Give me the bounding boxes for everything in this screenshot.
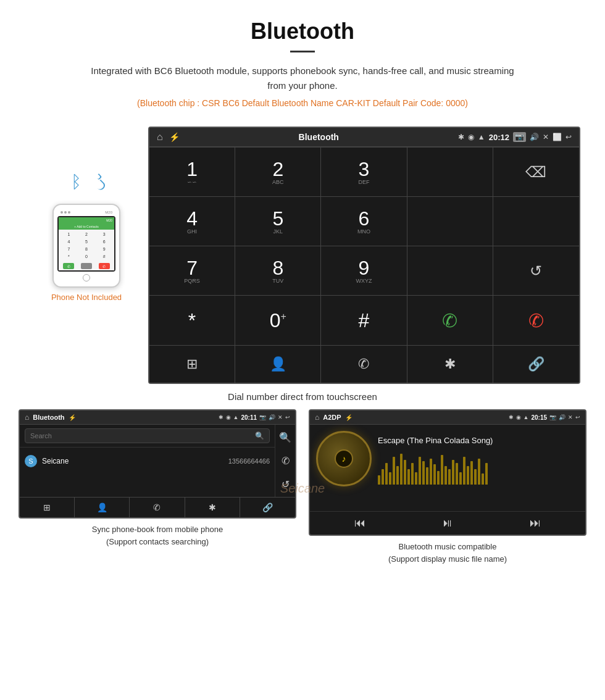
small-tb-phone[interactable]: ✆	[130, 498, 185, 517]
phone-call-button[interactable]: ✆	[63, 263, 74, 269]
contacts-content: Search 🔍 S Seicane 13566664466	[20, 425, 275, 497]
visualizer-bar	[433, 464, 436, 485]
main-screen-caption: Dial number direct from touchscreen	[0, 384, 605, 409]
refresh-icon: ↺	[530, 262, 542, 280]
key-4-number: 4	[186, 207, 198, 230]
key-5-group: 5 JKL	[272, 209, 283, 235]
dialpad-refresh[interactable]: ↺	[493, 246, 579, 296]
visualizer-bar	[389, 472, 391, 485]
phone-dialpad-row: * 0 #	[60, 253, 113, 260]
music-content: ♪ Escape (The Pina Colada Song)	[310, 425, 585, 511]
key-hash-number: #	[359, 310, 370, 330]
bt-waves	[96, 175, 105, 190]
music-home-icon[interactable]: ⌂	[315, 413, 319, 422]
contacts-list: S Seicane 13566664466	[20, 448, 275, 497]
visualizer-bar	[378, 475, 380, 485]
dialpad-key-hash[interactable]: #	[321, 296, 407, 345]
bottom-screenshots: ⌂ Bluetooth ⚡ ✱ ◉ ▲ 20:11 📷 🔊 ✕ ↩	[0, 409, 605, 570]
bt-arc-large	[94, 180, 107, 192]
contacts-back-icon[interactable]: ↩	[285, 414, 290, 420]
right-phone-icon[interactable]: ✆	[282, 455, 290, 467]
right-search-icon[interactable]: 🔍	[279, 431, 291, 443]
small-tb-bt[interactable]: ✱	[185, 498, 240, 517]
visualizer-bar	[467, 466, 469, 485]
backspace-icon: ⌫	[525, 164, 546, 181]
contacts-main-area: Search 🔍 S Seicane 13566664466	[20, 425, 295, 497]
toolbar-phone-btn[interactable]: ✆	[321, 346, 407, 383]
visualizer-bar	[419, 457, 421, 485]
music-visualizer	[378, 454, 579, 485]
right-icons-panel: 🔍 ✆ ↺	[275, 425, 295, 497]
search-placeholder: Search	[30, 432, 52, 440]
dialpad-key-3[interactable]: 3 DEF	[321, 148, 407, 197]
next-track-button[interactable]: ⏭	[530, 517, 541, 530]
small-bt-icon: ✱	[209, 502, 216, 512]
music-song-title: Escape (The Pina Colada Song)	[378, 436, 579, 445]
prev-track-button[interactable]: ⏮	[354, 517, 365, 530]
page-description: Integrated with BC6 Bluetooth module, su…	[86, 64, 519, 93]
small-tb-dialpad[interactable]: ⊞	[20, 498, 75, 517]
phone-key-0: 0	[80, 253, 93, 260]
small-tb-link[interactable]: 🔗	[240, 498, 295, 517]
phone-key-6: 6	[98, 238, 111, 245]
dialpad-key-0[interactable]: 0+	[235, 296, 321, 345]
camera-icon: 📷	[513, 132, 526, 142]
phone-home-circle[interactable]	[83, 274, 90, 281]
key-2-group: 2 ABC	[272, 159, 284, 185]
key-9-group: 9 WXYZ	[356, 258, 372, 284]
back-icon[interactable]: ↩	[565, 133, 572, 141]
dialpad-key-8[interactable]: 8 TUV	[235, 246, 321, 296]
toolbar-dialpad-btn[interactable]: ⊞	[149, 346, 235, 383]
phone-end-button[interactable]	[81, 263, 92, 269]
dialpad-key-star[interactable]: *	[149, 296, 235, 345]
play-pause-button[interactable]: ⏯	[442, 517, 453, 530]
music-caption-line1: Bluetooth music compatible	[399, 542, 497, 551]
dialpad-key-6[interactable]: 6 MNO	[321, 197, 407, 246]
contacts-home-icon[interactable]: ⌂	[25, 413, 29, 422]
toolbar-contacts-btn[interactable]: 👤	[235, 346, 321, 383]
toolbar-link-btn[interactable]: 🔗	[493, 346, 579, 383]
visualizer-bar	[426, 467, 428, 485]
visualizer-bar	[456, 463, 458, 485]
dialpad-call-red[interactable]: ✆	[493, 296, 579, 345]
phone-dot	[60, 211, 63, 214]
music-back-icon[interactable]: ↩	[575, 414, 580, 420]
contacts-toolbar: ⊞ 👤 ✆ ✱ 🔗	[20, 497, 295, 517]
key-3-letters: DEF	[358, 179, 369, 185]
small-contacts-icon: 👤	[97, 502, 107, 512]
key-0-number: 0+	[270, 309, 286, 331]
phone-key-9: 9	[98, 246, 111, 252]
contacts-close-icon: ✕	[278, 414, 283, 420]
visualizer-bar	[474, 469, 477, 485]
music-screen: ⌂ A2DP ⚡ ✱ ◉ ▲ 20:15 📷 🔊 ✕ ↩	[309, 409, 586, 536]
dialpad-key-7[interactable]: 7 PQRS	[149, 246, 235, 296]
contacts-search-box[interactable]: Search 🔍	[25, 428, 270, 443]
contact-row[interactable]: S Seicane 13566664466	[25, 451, 270, 471]
dialpad-call-green[interactable]: ✆	[407, 296, 493, 345]
music-cam-icon: 📷	[549, 414, 556, 420]
phone-key-7: 7	[62, 246, 75, 252]
phone-key-hash: #	[98, 253, 111, 260]
dialpad-key-4[interactable]: 4 GHI	[149, 197, 235, 246]
phone-key-8: 8	[80, 246, 93, 252]
dialpad-key-1[interactable]: 1 ∽∽	[149, 148, 235, 197]
contacts-screen: ⌂ Bluetooth ⚡ ✱ ◉ ▲ 20:11 📷 🔊 ✕ ↩	[19, 409, 296, 519]
phone-hangup-button[interactable]: ✆	[99, 263, 110, 269]
visualizer-bar	[407, 469, 410, 485]
key-1-number: 1	[186, 158, 198, 180]
dialpad-key-5[interactable]: 5 JKL	[235, 197, 321, 246]
toolbar-bluetooth-btn[interactable]: ✱	[407, 346, 493, 383]
contact-name: Seicane	[42, 457, 228, 465]
contacts-bt-icon: ✱	[219, 414, 223, 420]
music-status-bar: ⌂ A2DP ⚡ ✱ ◉ ▲ 20:15 📷 🔊 ✕ ↩	[310, 410, 585, 425]
music-controls: ⏮ ⏯ ⏭	[310, 511, 585, 535]
contacts-loc-icon: ◉	[226, 414, 231, 420]
small-tb-contacts[interactable]: 👤	[75, 498, 130, 517]
dialpad-key-9[interactable]: 9 WXYZ	[321, 246, 407, 296]
dialpad-backspace[interactable]: ⌫	[493, 148, 579, 197]
visualizer-bar	[411, 463, 414, 485]
right-refresh-icon[interactable]: ↺	[282, 478, 290, 490]
dialpad-key-2[interactable]: 2 ABC	[235, 148, 321, 197]
music-status-left: ⌂ A2DP ⚡	[315, 413, 353, 422]
home-icon[interactable]: ⌂	[157, 131, 163, 143]
